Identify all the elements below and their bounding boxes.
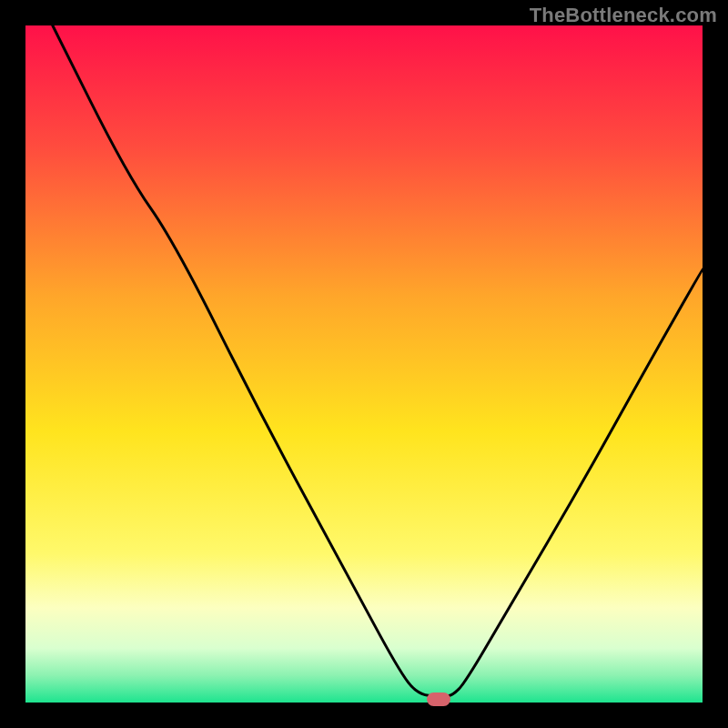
watermark-text: TheBottleneck.com (530, 4, 717, 27)
chart-frame: TheBottleneck.com (0, 0, 728, 728)
plot-area (25, 25, 703, 703)
optimum-marker (427, 693, 450, 706)
bottleneck-curve (25, 25, 703, 703)
